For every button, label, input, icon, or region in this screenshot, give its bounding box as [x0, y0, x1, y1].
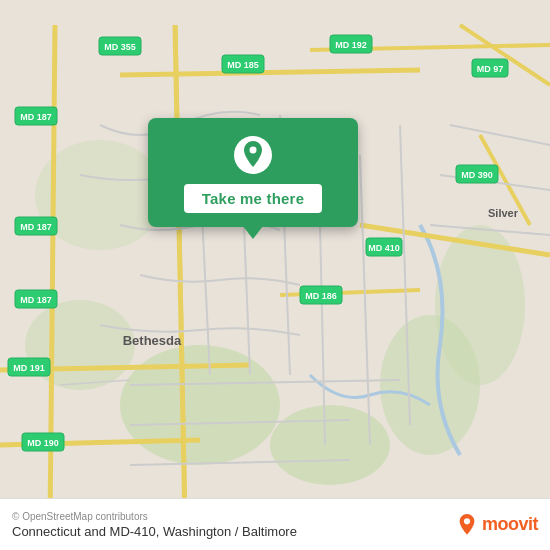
- svg-point-36: [464, 518, 470, 524]
- svg-text:MD 355: MD 355: [104, 42, 136, 52]
- location-popup: Take me there: [148, 118, 358, 227]
- svg-point-35: [250, 147, 257, 154]
- svg-text:MD 185: MD 185: [227, 60, 259, 70]
- svg-text:MD 410: MD 410: [368, 243, 400, 253]
- svg-text:MD 187: MD 187: [20, 295, 52, 305]
- svg-point-1: [120, 345, 280, 465]
- svg-text:MD 190: MD 190: [27, 438, 59, 448]
- moovit-pin-icon: [456, 514, 478, 536]
- svg-text:MD 192: MD 192: [335, 40, 367, 50]
- map-attribution: © OpenStreetMap contributors: [12, 511, 297, 522]
- take-me-there-button[interactable]: Take me there: [184, 184, 322, 213]
- svg-text:MD 187: MD 187: [20, 112, 52, 122]
- location-label: Connecticut and MD-410, Washington / Bal…: [12, 524, 297, 539]
- map-container: MD 187 MD 187 MD 187 MD 355 MD 355 MD 18…: [0, 0, 550, 550]
- bottom-left-info: © OpenStreetMap contributors Connecticut…: [12, 511, 297, 539]
- moovit-brand-text: moovit: [482, 514, 538, 535]
- moovit-logo: moovit: [456, 514, 538, 536]
- popup-pin-icon: [234, 136, 272, 174]
- svg-text:MD 390: MD 390: [461, 170, 493, 180]
- svg-text:MD 97: MD 97: [477, 64, 504, 74]
- svg-text:Bethesda: Bethesda: [123, 333, 182, 348]
- svg-point-2: [270, 405, 390, 485]
- svg-text:Silver: Silver: [488, 207, 519, 219]
- svg-text:MD 187: MD 187: [20, 222, 52, 232]
- svg-text:MD 186: MD 186: [305, 291, 337, 301]
- svg-text:MD 191: MD 191: [13, 363, 45, 373]
- map-svg: MD 187 MD 187 MD 187 MD 355 MD 355 MD 18…: [0, 0, 550, 550]
- bottom-bar: © OpenStreetMap contributors Connecticut…: [0, 498, 550, 550]
